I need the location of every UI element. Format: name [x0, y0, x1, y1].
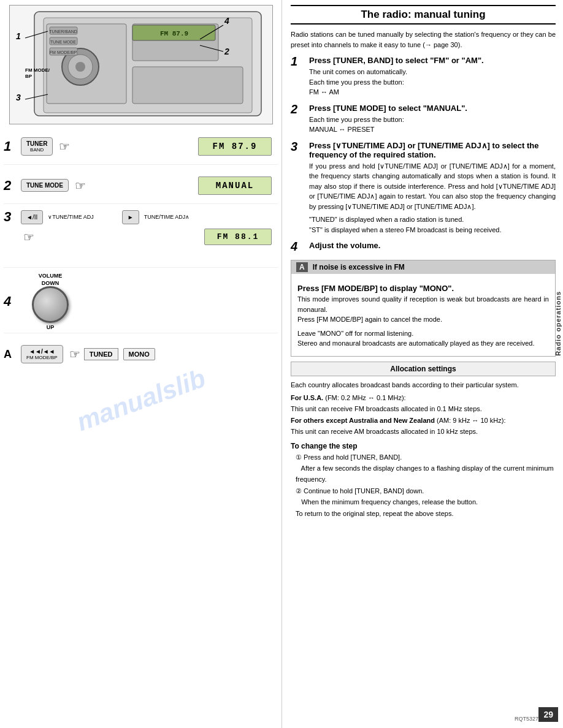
- tune-mode-label: TUNE MODE: [26, 182, 63, 189]
- alloc-others: For others except Australia and New Zeal…: [291, 415, 556, 437]
- step1-lcd: FM 87.9: [198, 137, 272, 156]
- page-title: The radio: manual tuning: [291, 5, 556, 25]
- instr-line-1-2: Each time you press the button:: [309, 78, 404, 86]
- fm-mode-sub: FM MODE/BP: [26, 355, 58, 360]
- tuned-mono-display: TUNED MONO: [84, 348, 155, 360]
- box-a-header: A If noise is excessive in FM: [291, 260, 555, 274]
- instr-st-note: "ST" is displayed when a stereo FM broad…: [309, 225, 556, 235]
- device-diagram-box: FM 87.9 TUNER/BAND TUNE MODE FM MODE/BP …: [9, 5, 273, 124]
- alloc-usa: For U.S.A. (FM: 0.2 MHz ↔ 0.1 MHz): This…: [291, 393, 556, 414]
- alloc-body: Each country allocates broadcast bands a…: [291, 380, 556, 438]
- rqt-code: RQT5327: [515, 716, 538, 722]
- instr-body-2: Each time you press the button: MANUAL ↔…: [309, 115, 556, 135]
- instr-line-1-1: The unit comes on automatically.: [309, 68, 407, 75]
- instr-line-1-3: FM ↔ AM: [309, 88, 339, 96]
- svg-text:BP: BP: [25, 74, 33, 79]
- intro-text: Radio stations can be tuned manually by …: [291, 29, 556, 50]
- volume-label: VOLUME: [39, 273, 63, 279]
- step-3-row: 3 ◄/II ∨TUNE/TIME ADJ ► TUNE/TIME ADJ∧ ☞…: [4, 207, 278, 268]
- tune-up-icon: ►: [128, 214, 134, 221]
- change-list: ① Press and hold [TUNER, BAND]. After a …: [291, 452, 556, 520]
- press-fm-heading: Press [FM MODE/BP] to display "MONO".: [297, 284, 549, 293]
- sidebar-label: Radio operations: [554, 291, 562, 356]
- box-a-label: A: [296, 262, 308, 272]
- tune-down-icon: ◄/II: [26, 214, 37, 221]
- instr-num-2: 2: [291, 102, 304, 116]
- hand-icon-a: ☞: [69, 347, 80, 362]
- box-a-content: Press [FM MODE/BP] to display "MONO". Th…: [291, 278, 555, 356]
- fm-mode-icon: ◄◄/◄◄: [29, 348, 55, 355]
- alloc-usa-freq: (FM: 0.2 MHz ↔ 0.1 MHz):: [325, 394, 405, 401]
- watermark: manualslib: [72, 363, 209, 437]
- step-1-number: 1: [4, 138, 17, 154]
- step-2-row: 2 TUNE MODE ☞ MANUAL: [4, 167, 278, 204]
- alloc-usa-detail: This unit can receive FM broadcasts allo…: [291, 405, 482, 412]
- instr-content-1: Press [TUNER, BAND] to select "FM" or "A…: [309, 56, 556, 97]
- step-3-buttons: ◄/II ∨TUNE/TIME ADJ ► TUNE/TIME ADJ∧: [21, 210, 190, 224]
- step-1-row: 1 TUNER BAND ☞ FM 87.9: [4, 128, 278, 165]
- hand-icon-3: ☞: [23, 230, 34, 245]
- instruction-3: 3 Press [∨TUNE/TIME ADJ] or [TUNE/TIME A…: [291, 141, 556, 235]
- svg-text:FM 87.9: FM 87.9: [159, 30, 188, 37]
- to-change-heading: To change the step: [291, 442, 556, 450]
- step-4-row: 4 VOLUME DOWN UP: [4, 270, 278, 333]
- up-label: UP: [47, 324, 55, 330]
- alloc-box: Allocation settings: [291, 362, 556, 376]
- hand-icon-1: ☞: [59, 139, 70, 154]
- device-svg: FM 87.9 TUNER/BAND TUNE MODE FM MODE/BP …: [10, 6, 273, 124]
- step-2-number: 2: [4, 178, 17, 194]
- alloc-others-freq: (AM: 9 kHz ↔ 10 kHz):: [437, 417, 505, 424]
- instr-body-1: The unit comes on automatically. Each ti…: [309, 67, 556, 97]
- down-label: DOWN: [42, 280, 59, 286]
- hand-icon-2: ☞: [75, 178, 86, 193]
- tune-up-button[interactable]: ►: [122, 210, 139, 224]
- box-a: A If noise is excessive in FM Press [FM …: [291, 260, 556, 357]
- tuner-label: TUNER: [26, 140, 47, 147]
- instr-content-3: Press [∨TUNE/TIME ADJ] or [TUNE/TIME ADJ…: [309, 141, 556, 235]
- svg-point-9: [75, 62, 85, 72]
- instr-heading-3: Press [∨TUNE/TIME ADJ] or [TUNE/TIME ADJ…: [309, 141, 556, 159]
- instr-heading-1: Press [TUNER, BAND] to select "FM" or "A…: [309, 56, 556, 65]
- press-fm-body: This mode improves sound quality if rece…: [297, 294, 549, 325]
- change-step-1: ① Press and hold [TUNER, BAND]. After a …: [296, 452, 556, 485]
- tune-down-label: ∨TUNE/TIME ADJ: [48, 214, 94, 220]
- step-1-content: TUNER BAND ☞ FM 87.9: [21, 137, 278, 156]
- alloc-intro: Each country allocates broadcast bands a…: [291, 380, 556, 391]
- instruction-4: 4 Adjust the volume.: [291, 241, 556, 254]
- page-number: 29: [538, 707, 558, 722]
- instr-line-2-2: MANUAL ↔ PRESET: [309, 126, 375, 133]
- alloc-others-detail: This unit can receive AM broadcasts allo…: [291, 428, 478, 435]
- volume-knob-container: VOLUME DOWN UP: [32, 273, 69, 330]
- svg-text:FM MODE/: FM MODE/: [25, 67, 50, 73]
- change-step-3: To return to the original step, repeat t…: [296, 509, 556, 520]
- instruction-2: 2 Press [TUNE MODE] to select "MANUAL". …: [291, 104, 556, 135]
- tuner-band-button[interactable]: TUNER BAND: [21, 137, 53, 156]
- tune-down-button[interactable]: ◄/II: [21, 210, 43, 224]
- instruction-1: 1 Press [TUNER, BAND] to select "FM" or …: [291, 56, 556, 97]
- left-panel: FM 87.9 TUNER/BAND TUNE MODE FM MODE/BP …: [0, 0, 282, 728]
- instr-note-3: If you press and hold [∨TUNE/TIME ADJ] o…: [309, 161, 556, 212]
- step3-lcd: FM 88.1: [204, 229, 272, 245]
- mono-indicator: MONO: [123, 348, 155, 360]
- step2-lcd: MANUAL: [198, 176, 272, 195]
- tune-up-label: TUNE/TIME ADJ∧: [144, 214, 190, 220]
- volume-knob[interactable]: [32, 286, 69, 323]
- right-panel: The radio: manual tuning Radio stations …: [282, 0, 563, 728]
- instr-num-1: 1: [291, 55, 304, 69]
- tune-mode-button[interactable]: TUNE MODE: [21, 179, 69, 192]
- svg-text:3: 3: [16, 93, 21, 102]
- instr-body-3: If you press and hold [∨TUNE/TIME ADJ] o…: [309, 161, 556, 235]
- fm-mode-bp-button[interactable]: ◄◄/◄◄ FM MODE/BP: [21, 345, 63, 363]
- step-2-content: TUNE MODE ☞ MANUAL: [21, 176, 278, 195]
- instr-num-3: 3: [291, 140, 304, 154]
- step-a-content: ◄◄/◄◄ FM MODE/BP ☞ TUNED MONO: [21, 345, 278, 363]
- instr-heading-4: Adjust the volume.: [309, 241, 556, 250]
- step-3-number: 3: [4, 209, 17, 225]
- instr-tuned-note: "TUNED" is displayed when a radio statio…: [309, 214, 556, 225]
- step-4-number: 4: [4, 294, 17, 309]
- svg-text:4: 4: [224, 16, 229, 26]
- instr-content-4: Adjust the volume.: [309, 241, 556, 252]
- alloc-others-label: For others except Australia and New Zeal…: [291, 417, 435, 424]
- step-a-label: A: [4, 348, 17, 361]
- svg-rect-3: [132, 67, 243, 104]
